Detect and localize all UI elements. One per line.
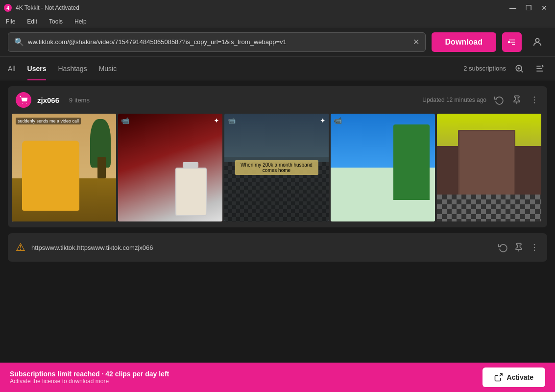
tab-all[interactable]: All (8, 63, 16, 74)
activate-button[interactable]: Activate (483, 368, 545, 387)
menu-edit[interactable]: Edit (25, 17, 39, 26)
pin-button[interactable] (512, 95, 522, 105)
refresh-button[interactable] (494, 95, 504, 105)
app-title: 4K Tokkit - Not Activated (16, 4, 79, 11)
error-refresh-button[interactable] (498, 243, 508, 252)
svg-point-15 (534, 97, 535, 98)
user-avatar (16, 92, 31, 108)
error-more-button[interactable] (530, 243, 539, 252)
search-url-display: ww.tiktok.com/@shakira/video/71547914845… (28, 38, 409, 46)
more-icon (530, 95, 539, 105)
user-subscription-card: zjx066 9 items Updated 12 minutes ago (8, 86, 547, 227)
video-caption-3: When my 200k a month husband comes home (235, 160, 318, 175)
search-clear-button[interactable]: ✕ (413, 37, 419, 47)
banner-text-wrap: Subscriptions limit reached · 42 clips p… (10, 370, 475, 385)
svg-line-6 (521, 70, 523, 72)
sort-button[interactable] (532, 61, 547, 76)
close-button[interactable]: ✕ (537, 3, 551, 13)
video-icon-4: 📹 (334, 117, 342, 124)
error-pin-icon (514, 243, 524, 252)
toolbar: 🔍 ww.tiktok.com/@shakira/video/715479148… (0, 27, 555, 57)
video-grid: suddenly sends me a video call 📹 ✦ (8, 114, 547, 227)
next-arrow-button[interactable]: › (546, 163, 547, 178)
search-subscriptions-icon (514, 64, 524, 74)
error-more-icon (530, 243, 539, 252)
tab-hashtags[interactable]: Hashtags (58, 63, 87, 74)
tab-bar: All Users Hashtags Music 2 subscriptions (0, 57, 555, 80)
video-icon-3: 📹 (227, 117, 236, 124)
cart-icon (19, 96, 28, 104)
title-bar-controls: — ❐ ✕ (506, 3, 551, 13)
search-subscriptions-button[interactable] (512, 61, 527, 76)
title-bar-left: 4 4K Tokkit - Not Activated (4, 4, 79, 12)
menu-help[interactable]: Help (72, 17, 89, 26)
more-options-button[interactable] (530, 95, 539, 105)
minimize-button[interactable]: — (506, 3, 520, 13)
tab-users[interactable]: Users (27, 63, 47, 74)
star-icon-3: ✦ (320, 117, 326, 124)
svg-point-4 (535, 38, 539, 42)
search-icon: 🔍 (14, 37, 24, 47)
error-url-text: httpswww.tiktok.httpswww.tiktok.comzjx06… (31, 244, 492, 251)
video-thumbnail-5[interactable] (437, 114, 541, 221)
svg-point-16 (534, 99, 535, 101)
search-bar[interactable]: 🔍 ww.tiktok.com/@shakira/video/715479148… (8, 32, 426, 52)
account-button[interactable] (528, 32, 547, 52)
banner-sub-text: Activate the license to download more (10, 378, 475, 385)
activate-icon (494, 373, 503, 382)
tabs-right: 2 subscriptions (463, 61, 547, 76)
subscriptions-label[interactable]: 2 subscriptions (463, 65, 506, 72)
menu-tools[interactable]: Tools (47, 17, 65, 26)
app-icon: 4 (4, 4, 12, 12)
banner-main-text: Subscriptions limit reached · 42 clips p… (10, 370, 475, 378)
video-icon-2: 📹 (121, 117, 129, 124)
error-pin-button[interactable] (514, 243, 524, 252)
updated-time: Updated 12 minutes ago (422, 97, 486, 103)
video-thumbnail-1[interactable]: suddenly sends me a video call (12, 114, 116, 221)
pin-icon (512, 95, 522, 105)
tabs-left: All Users Hashtags Music (8, 63, 117, 74)
menu-bar: File Edit Tools Help (0, 16, 555, 27)
svg-point-13 (26, 103, 27, 104)
activate-label: Activate (507, 373, 533, 381)
download-button[interactable]: Download (432, 32, 496, 52)
sub-card-header: zjx066 9 items Updated 12 minutes ago (8, 86, 547, 114)
video-caption-1: suddenly sends me a video call (16, 118, 81, 124)
sort-icon (535, 64, 545, 74)
main-content: zjx066 9 items Updated 12 minutes ago (0, 80, 555, 363)
bottom-banner: Subscriptions limit reached · 42 clips p… (0, 363, 555, 392)
svg-point-17 (534, 102, 535, 104)
menu-file[interactable]: File (4, 17, 17, 26)
error-card: ⚠ httpswww.tiktok.httpswww.tiktok.comzjx… (8, 233, 547, 262)
svg-point-20 (534, 247, 535, 248)
video-thumbnail-2[interactable]: 📹 ✦ (118, 114, 222, 221)
star-icon-2: ✦ (214, 117, 219, 124)
tab-music[interactable]: Music (99, 63, 117, 74)
maximize-button[interactable]: ❐ (522, 3, 535, 13)
item-count: 9 items (69, 97, 90, 104)
user-name: zjx066 (37, 96, 59, 104)
video-thumbnail-4[interactable]: 📹 (331, 114, 435, 221)
svg-point-19 (534, 244, 535, 245)
svg-point-21 (534, 250, 535, 251)
svg-point-3 (508, 41, 510, 43)
error-refresh-icon (498, 243, 508, 252)
filter-icon (507, 38, 516, 47)
svg-point-12 (22, 103, 23, 104)
filter-settings-button[interactable] (502, 32, 522, 52)
video-thumbnail-3[interactable]: 📹 ✦ When my 200k a month husband comes h… (224, 114, 329, 221)
error-actions (498, 243, 539, 252)
card-actions: Updated 12 minutes ago (422, 95, 539, 105)
account-icon (532, 37, 543, 48)
warning-icon: ⚠ (16, 241, 25, 254)
refresh-icon (494, 95, 504, 105)
title-bar: 4 4K Tokkit - Not Activated — ❐ ✕ (0, 0, 555, 16)
